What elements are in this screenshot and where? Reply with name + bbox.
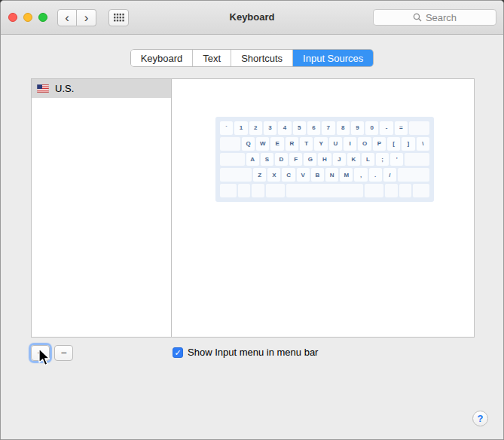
kb-key: ] [402, 137, 414, 151]
kb-key: V [297, 168, 310, 182]
tab-shortcuts[interactable]: Shortcuts [231, 50, 293, 66]
kb-blank-key [252, 184, 264, 197]
tab-text[interactable]: Text [193, 50, 231, 66]
kb-key: K [347, 153, 360, 167]
kb-blank-key [220, 184, 237, 197]
kb-row: ASDFGHJKL;' [220, 153, 429, 167]
kb-blank-key [385, 184, 398, 197]
kb-key: E [270, 137, 283, 151]
kb-blank-key [413, 184, 429, 197]
kb-row: QWERTYUIOP[]\ [220, 137, 429, 151]
kb-key: 6 [307, 121, 320, 135]
kb-key: U [329, 137, 342, 151]
kb-key: H [318, 153, 331, 167]
kb-key: 1 [234, 121, 247, 135]
kb-blank-key [365, 184, 383, 197]
kb-row: `1234567890-= [220, 121, 429, 135]
kb-key: 4 [278, 121, 291, 135]
kb-key: S [261, 153, 273, 167]
kb-key: 5 [293, 121, 306, 135]
kb-blank-key [220, 153, 245, 167]
tab-bar: Keyboard Text Shortcuts Input Sources [130, 49, 374, 67]
show-input-menu-checkbox[interactable]: ✓ [173, 347, 183, 358]
kb-key: ' [390, 153, 403, 167]
kb-key: 8 [337, 121, 350, 135]
kb-key: Z [253, 168, 266, 182]
kb-key: \ [417, 137, 429, 151]
search-placeholder: Search [426, 12, 457, 23]
kb-key: , [354, 168, 367, 182]
titlebar: ‹ › Keyboard Search [1, 1, 503, 35]
kb-key: R [286, 137, 298, 151]
kb-key: = [395, 121, 408, 135]
remove-input-source-button[interactable]: − [54, 345, 73, 361]
kb-key: ` [220, 121, 233, 135]
kb-key: B [311, 168, 324, 182]
kb-key: 2 [249, 121, 262, 135]
kb-blank-key [286, 184, 364, 197]
kb-key: X [267, 168, 280, 182]
kb-key: . [369, 168, 382, 182]
kb-key: P [373, 137, 386, 151]
kb-key: 7 [322, 121, 334, 135]
show-input-menu-row[interactable]: ✓ Show Input menu in menu bar [173, 347, 318, 358]
content-box: U.S. `1234567890-=QWERTYUIOP[]\ASDFGHJKL… [31, 78, 475, 338]
tab-input-sources[interactable]: Input Sources [293, 50, 373, 66]
kb-key: T [300, 137, 313, 151]
kb-blank-key [405, 153, 429, 167]
kb-key: O [358, 137, 371, 151]
input-source-row-us[interactable]: U.S. [32, 79, 171, 98]
search-icon [413, 13, 422, 22]
kb-blank-key [220, 137, 240, 151]
kb-key: L [362, 153, 374, 167]
kb-blank-key [238, 184, 251, 197]
kb-key: [ [387, 137, 400, 151]
input-source-list: U.S. [32, 79, 172, 337]
kb-key: - [380, 121, 393, 135]
kb-key: Q [242, 137, 255, 151]
us-flag-icon [37, 84, 49, 93]
kb-blank-key [399, 184, 412, 197]
kb-key: / [383, 168, 396, 182]
add-input-source-button[interactable]: + [31, 345, 50, 361]
kb-key: M [340, 168, 353, 182]
kb-key: 3 [264, 121, 276, 135]
kb-key: D [275, 153, 288, 167]
kb-key: A [246, 153, 259, 167]
kb-key: I [344, 137, 356, 151]
kb-key: N [325, 168, 338, 182]
tab-keyboard[interactable]: Keyboard [131, 50, 194, 66]
kb-key: 9 [351, 121, 364, 135]
keyboard-preferences-window: ‹ › Keyboard Search Keyboard Text [0, 0, 504, 440]
kb-blank-key [266, 184, 285, 197]
kb-key: 0 [365, 121, 378, 135]
kb-key: W [256, 137, 269, 151]
kb-key: Y [314, 137, 327, 151]
kb-key: F [289, 153, 302, 167]
kb-key: C [282, 168, 295, 182]
kb-blank-key [220, 168, 252, 182]
help-button[interactable]: ? [472, 411, 488, 426]
show-input-menu-label: Show Input menu in menu bar [188, 347, 318, 358]
keyboard-layout-pane: `1234567890-=QWERTYUIOP[]\ASDFGHJKL;'ZXC… [172, 79, 474, 337]
kb-blank-key [409, 121, 429, 135]
search-field[interactable]: Search [373, 9, 496, 26]
kb-key: G [304, 153, 316, 167]
kb-blank-key [398, 168, 429, 182]
keyboard-layout-preview: `1234567890-=QWERTYUIOP[]\ASDFGHJKL;'ZXC… [215, 117, 434, 202]
kb-row: ZXCVBNM,./ [220, 168, 429, 182]
kb-key: ; [376, 153, 389, 167]
list-edit-buttons: + − [31, 345, 73, 361]
tab-bar-container: Keyboard Text Shortcuts Input Sources [1, 49, 503, 67]
kb-row [220, 184, 429, 197]
kb-key: J [333, 153, 346, 167]
input-source-label: U.S. [55, 83, 74, 94]
